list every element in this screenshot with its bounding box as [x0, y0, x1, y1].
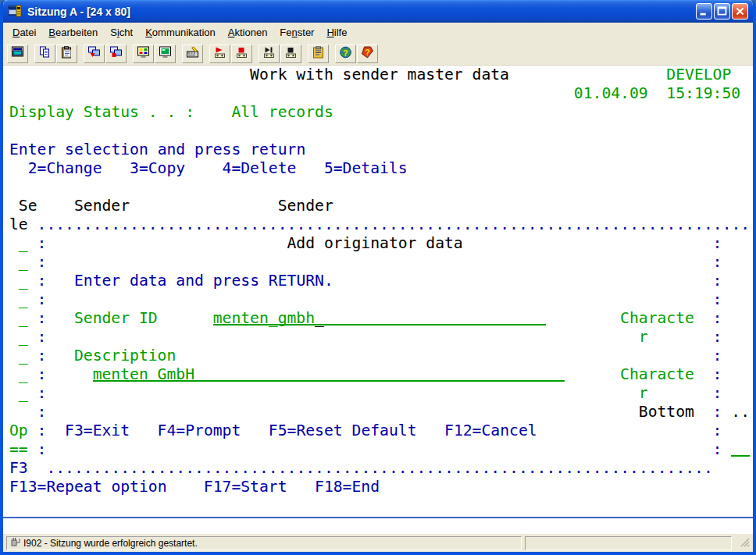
dialog-border-right: :	[713, 403, 722, 422]
description-value[interactable]: menten GmbH	[93, 365, 194, 384]
close-button[interactable]	[732, 3, 748, 20]
option-field[interactable]: _	[19, 272, 28, 290]
toolbar-group	[308, 44, 329, 63]
keyboard-setup-button[interactable]	[182, 44, 203, 63]
stop-macro-button[interactable]	[280, 44, 301, 63]
send-file-button[interactable]	[84, 44, 105, 63]
record-macro-button[interactable]	[209, 44, 230, 63]
dialog-border-right: :	[713, 422, 722, 440]
option-2-change: 2=Change	[28, 159, 102, 178]
fkey-f13-repeat-option: F13=Repeat option	[9, 478, 167, 496]
menu-bearbeiten[interactable]: Bearbeiten	[42, 24, 104, 41]
new-session-button[interactable]	[7, 44, 28, 63]
dialog-border-left: :	[37, 272, 47, 290]
resize-grip[interactable]	[740, 537, 750, 550]
toolbar-group	[133, 44, 176, 63]
display-status-label: Display Status . . :	[9, 103, 194, 122]
toolbar-group	[34, 44, 77, 63]
internet-help-button[interactable]: ?	[335, 44, 356, 63]
underlying-dots: ..	[731, 403, 750, 422]
option-5-details: 5=Details	[324, 159, 408, 178]
bottom-indicator: Bottom	[639, 403, 694, 422]
screen-title: Work with sender master data	[250, 66, 509, 84]
window-title: Sitzung A - [24 x 80]	[27, 5, 696, 18]
option-field[interactable]: _	[19, 347, 28, 365]
underlying-op-label: Op	[9, 422, 28, 440]
maximize-button[interactable]	[714, 3, 730, 20]
dialog-border-left: :	[37, 328, 47, 347]
paste-icon	[60, 46, 73, 61]
help-button[interactable]: ?	[357, 44, 378, 63]
sender-id-value[interactable]: menten_gmbh	[213, 309, 315, 328]
menu-fenster[interactable]: Fenster	[273, 24, 320, 41]
record-macro-icon	[213, 46, 226, 61]
column-header-sele-2: le	[9, 215, 28, 234]
dialog-border-right: :	[713, 365, 722, 384]
description-type: Characte	[620, 365, 694, 384]
statusbar-message-panel: I902 - Sitzung wurde erfolgreich gestart…	[6, 536, 522, 550]
option-field[interactable]: _	[19, 309, 28, 328]
option-field[interactable]: _	[19, 234, 28, 253]
receive-file-button[interactable]	[105, 44, 127, 63]
dialog-border-right: :	[713, 309, 722, 328]
option-field[interactable]: _	[19, 253, 28, 272]
dialog-border-left: :	[37, 309, 47, 328]
minimize-button[interactable]	[696, 3, 712, 20]
system-name: DEVELOP	[666, 66, 731, 84]
menu-sicht[interactable]: Sicht	[104, 24, 139, 41]
option-3-copy: 3=Copy	[130, 159, 185, 178]
dialog-border-left: :	[37, 253, 47, 272]
fkey-f18-end: F18=End	[315, 478, 380, 496]
command-input-underline[interactable]	[731, 440, 750, 457]
dialog-border-left: :	[37, 422, 47, 440]
paste-button[interactable]	[56, 44, 77, 63]
menubar: DateiBearbeitenSichtKommunikationAktione…	[3, 23, 753, 42]
stop-recording-icon	[235, 46, 248, 61]
dialog-border-left: :	[37, 347, 47, 365]
dialog-border-left: :	[37, 440, 47, 459]
statusbar-panel-secondary	[525, 536, 732, 550]
internet-help-icon: ?	[339, 46, 352, 61]
option-field[interactable]: _	[19, 365, 28, 384]
stop-recording-button[interactable]	[231, 44, 252, 63]
menu-datei[interactable]: Datei	[6, 24, 42, 41]
dialog-instruction: Enter data and press RETURN.	[74, 272, 333, 290]
toolbar-group	[7, 44, 28, 63]
app-window: Sitzung A - [24 x 80] DateiBearbeitenSic…	[0, 0, 756, 555]
option-field[interactable]: _	[19, 384, 28, 403]
option-field[interactable]: _	[19, 328, 28, 347]
underlying-command-marker: ==	[9, 440, 28, 459]
dialog-border-left: :	[37, 234, 47, 253]
color-map-button[interactable]	[133, 44, 154, 63]
color-map-icon	[137, 46, 150, 61]
titlebar[interactable]: Sitzung A - [24 x 80]	[3, 0, 753, 23]
text-cursor[interactable]: _	[315, 309, 324, 328]
dialog-function-keys: F3=Exit F4=Prompt F5=Reset Default F12=C…	[65, 422, 537, 440]
column-header-sender-1: Sender	[74, 197, 130, 215]
connection-icon	[10, 536, 20, 550]
menu-aktionen[interactable]: Aktionen	[222, 24, 274, 41]
play-macro-button[interactable]	[259, 44, 280, 63]
menu-hilfe[interactable]: Hilfe	[320, 24, 353, 41]
option-field[interactable]: _	[19, 290, 28, 309]
dialog-border-right: :	[713, 328, 722, 347]
copy-button[interactable]	[34, 44, 55, 63]
new-session-icon	[11, 46, 24, 61]
dialog-border-left: :	[37, 365, 47, 384]
dialog-title: Add originator data	[287, 234, 463, 253]
dialog-border-left: :	[37, 384, 47, 403]
menu-kommunikation[interactable]: Kommunikation	[139, 24, 222, 41]
dialog-border-right: :	[713, 440, 722, 459]
app-icon	[8, 5, 23, 19]
display-setup-button[interactable]	[155, 44, 176, 63]
copy-icon	[38, 46, 52, 61]
keyboard-setup-icon	[186, 46, 199, 61]
dialog-border-right: :	[713, 347, 722, 365]
clipboard-icon	[312, 46, 325, 61]
underlying-f3-label: F3	[9, 459, 28, 478]
terminal-screen[interactable]: Work with sender master dataDEVELOP01.04…	[3, 66, 753, 534]
clipboard-button[interactable]	[308, 44, 329, 63]
sender-id-type: Characte	[620, 309, 694, 328]
description-label: Description	[74, 347, 176, 365]
play-macro-icon	[262, 46, 276, 61]
